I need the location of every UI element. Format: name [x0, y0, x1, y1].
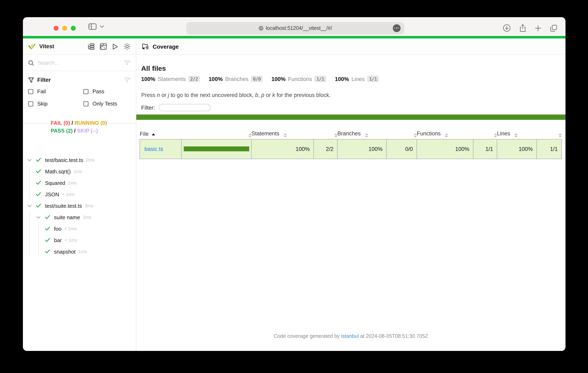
clear-filter-icon[interactable]: [124, 77, 131, 83]
close-window-button[interactable]: [54, 26, 59, 31]
pass-check-icon: [44, 227, 51, 231]
fraction-badge: 1/1: [315, 76, 326, 82]
pass-check-icon: [44, 238, 51, 242]
minimize-window-button[interactable]: [62, 26, 67, 31]
tree-item-test[interactable]: snapshot 1ms: [23, 246, 136, 257]
filter-option-only-tests[interactable]: Only Tests: [84, 101, 131, 107]
filter-option-skip[interactable]: Skip: [28, 101, 84, 107]
tab-overview-icon[interactable]: [550, 24, 557, 32]
coverage-table-header: File Statements Branches Functions Lines: [140, 129, 562, 139]
lines-pct-cell: 100%: [497, 139, 537, 159]
share-icon[interactable]: [519, 24, 526, 32]
fraction-badge: 0/0: [251, 76, 263, 82]
new-tab-icon[interactable]: [535, 25, 541, 31]
coverage-filter-input[interactable]: [159, 104, 211, 111]
col-statements-header[interactable]: Statements: [252, 129, 314, 139]
browser-toolbar: localhost:51204/__vitest__/#/: [23, 17, 566, 36]
file-link[interactable]: basic.ts: [145, 146, 163, 152]
sort-icon: [514, 134, 518, 138]
sort-icon: [365, 134, 368, 138]
statements-frac-cell: 2/2: [314, 139, 337, 159]
dashboard-icon[interactable]: [100, 43, 107, 50]
test-run-summary: FAIL (0) / RUNNING (0) PASS (2) / SKIP (…: [51, 119, 136, 135]
sort-ascending-icon: [152, 134, 155, 135]
functions-frac-cell: 1/1: [473, 139, 497, 159]
col-file-header[interactable]: File: [140, 129, 181, 139]
search-input[interactable]: [38, 60, 121, 66]
istanbul-link[interactable]: istanbul: [341, 333, 359, 339]
stat-lines: 100% Lines 1/1: [335, 76, 379, 82]
screenshot-stage: localhost:51204/__vitest__/#/: [0, 0, 588, 373]
globe-icon: [258, 26, 263, 31]
browser-window: localhost:51204/__vitest__/#/: [23, 17, 566, 351]
branches-pct-cell: 100%: [337, 139, 387, 159]
checkbox-pass[interactable]: [84, 89, 88, 94]
toolbar-actions: [503, 24, 557, 32]
tree-view-icon[interactable]: [88, 43, 94, 50]
col-branches-header[interactable]: Branches: [337, 129, 387, 139]
fraction-badge: 2/2: [188, 76, 200, 82]
sidebar-toggle-icon[interactable]: [88, 23, 96, 30]
col-statements-raw-sorter[interactable]: [314, 129, 337, 139]
address-bar[interactable]: localhost:51204/__vitest__/#/: [186, 22, 404, 34]
pass-check-icon: [35, 204, 42, 208]
filter-title: Filter: [37, 77, 51, 83]
tree-item-suite[interactable]: suite name 2ms: [23, 211, 136, 223]
clear-search-filter-icon[interactable]: [124, 60, 131, 66]
chevron-down-icon[interactable]: [100, 25, 104, 28]
tree-item-test[interactable]: foo < 1ms: [23, 223, 136, 234]
sort-icon: [284, 134, 287, 138]
fraction-badge: 1/1: [367, 76, 379, 82]
col-lines-raw-sorter[interactable]: [537, 129, 562, 139]
stat-branches: 100% Branches 0/0: [209, 76, 263, 82]
traffic-lights: [54, 26, 76, 31]
table-row: basic.ts 100% 2/2 100% 0/0 100% 1/1 100%…: [140, 139, 562, 159]
tree-item-file-suite[interactable]: test/suite.test.ts 3ms: [23, 200, 136, 211]
all-files-heading: All files: [141, 65, 166, 73]
app-title: Vitest: [39, 43, 54, 50]
lines-frac-cell: 1/1: [537, 139, 562, 159]
col-lines-header[interactable]: Lines: [497, 129, 537, 139]
page-settings-button[interactable]: [393, 24, 401, 32]
col-pic-sorter[interactable]: [181, 129, 252, 139]
vitest-sidebar: Vitest: [23, 38, 136, 351]
coverage-table: File Statements Branches Functions Lines…: [139, 129, 562, 159]
theme-toggle-icon[interactable]: [124, 43, 131, 50]
downloads-icon[interactable]: [503, 24, 511, 32]
col-branches-raw-sorter[interactable]: [387, 129, 417, 139]
filter-option-pass[interactable]: Pass: [84, 88, 131, 94]
file-cell: basic.ts: [140, 139, 181, 159]
tree-item-test[interactable]: Squared 1ms: [23, 177, 136, 188]
checkbox-only-tests[interactable]: [84, 101, 88, 106]
funnel-icon: [28, 77, 34, 83]
coverage-bar-cell: [181, 139, 252, 159]
stat-statements: 100% Statements 2/2: [141, 76, 200, 82]
sort-icon: [494, 134, 497, 138]
chevron-down-icon[interactable]: [26, 158, 33, 161]
col-functions-header[interactable]: Functions: [417, 129, 473, 139]
pass-check-icon: [44, 215, 51, 219]
running-count: RUNNING (0): [75, 120, 107, 126]
chevron-down-icon[interactable]: [26, 204, 33, 207]
coverage-summary-band: [136, 114, 566, 120]
run-all-icon[interactable]: [112, 43, 118, 50]
tree-item-test[interactable]: JSON < 1ms: [23, 188, 136, 200]
checkbox-skip[interactable]: [28, 101, 33, 106]
sort-icon: [248, 134, 252, 138]
zoom-window-button[interactable]: [71, 26, 76, 31]
search-bar: [23, 55, 136, 71]
coverage-bar: [184, 146, 249, 151]
coverage-footer: Code coverage generated by istanbul at 2…: [136, 333, 566, 339]
pass-check-icon: [35, 169, 42, 173]
coverage-filter: Filter:: [141, 104, 211, 111]
tree-item-test[interactable]: Math.sqrt() 1ms: [23, 166, 136, 177]
pass-check-icon: [35, 158, 42, 162]
tree-item-test[interactable]: bar < 1ms: [23, 234, 136, 246]
col-functions-raw-sorter[interactable]: [473, 129, 497, 139]
checkbox-fail[interactable]: [28, 89, 33, 94]
tree-item-file-basic[interactable]: test/basic.test.ts 2ms: [23, 154, 136, 166]
chevron-down-icon[interactable]: [35, 216, 42, 219]
pass-check-icon: [35, 192, 42, 196]
filter-option-fail[interactable]: Fail: [28, 88, 84, 94]
stat-functions: 100% Functions 1/1: [272, 76, 326, 82]
